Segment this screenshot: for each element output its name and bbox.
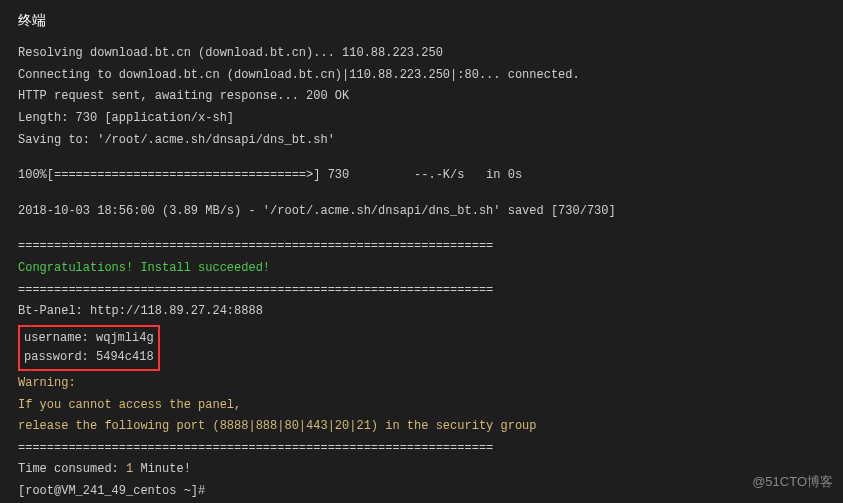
shell-prompt[interactable]: [root@VM_241_49_centos ~]#: [18, 481, 825, 503]
divider-line: ========================================…: [18, 280, 825, 302]
watermark: @51CTO博客: [752, 470, 833, 493]
credentials-highlight-box: username: wqjmli4g password: 5494c418: [18, 325, 160, 371]
username-line: username: wqjmli4g: [24, 329, 154, 348]
divider-line: ========================================…: [18, 438, 825, 460]
progress-line: 100%[===================================…: [18, 165, 825, 187]
warning-line: If you cannot access the panel,: [18, 395, 825, 417]
terminal-title: 终端: [0, 0, 843, 37]
time-consumed-line: Time consumed: 1 Minute!: [18, 459, 825, 481]
warning-line: release the following port (8888|888|80|…: [18, 416, 825, 438]
success-message: Congratulations! Install succeeded!: [18, 258, 825, 280]
warning-label: Warning:: [18, 373, 825, 395]
output-line: 2018-10-03 18:56:00 (3.89 MB/s) - '/root…: [18, 201, 825, 223]
password-line: password: 5494c418: [24, 348, 154, 367]
time-suffix: Minute!: [133, 462, 191, 476]
time-prefix: Time consumed:: [18, 462, 126, 476]
panel-url-line: Bt-Panel: http://118.89.27.24:8888: [18, 301, 825, 323]
output-line: HTTP request sent, awaiting response... …: [18, 86, 825, 108]
output-line: Length: 730 [application/x-sh]: [18, 108, 825, 130]
terminal-output[interactable]: Resolving download.bt.cn (download.bt.cn…: [0, 37, 843, 503]
output-line: Resolving download.bt.cn (download.bt.cn…: [18, 43, 825, 65]
output-line: Saving to: '/root/.acme.sh/dnsapi/dns_bt…: [18, 130, 825, 152]
output-line: Connecting to download.bt.cn (download.b…: [18, 65, 825, 87]
divider-line: ========================================…: [18, 236, 825, 258]
